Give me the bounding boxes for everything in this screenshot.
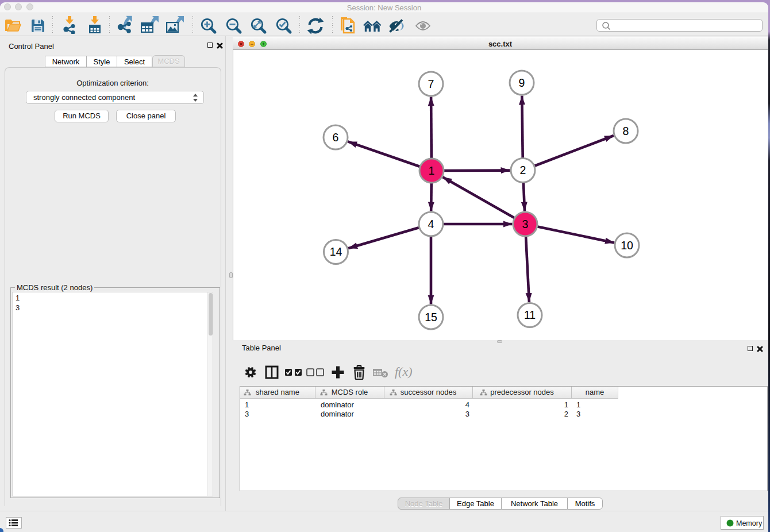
svg-text:6: 6	[333, 131, 339, 144]
svg-text:14: 14	[330, 245, 342, 258]
svg-text:3: 3	[522, 218, 529, 230]
svg-text:10: 10	[621, 239, 633, 252]
svg-text:9: 9	[519, 76, 525, 89]
svg-text:1: 1	[429, 164, 435, 177]
svg-text:2: 2	[520, 164, 526, 176]
svg-text:7: 7	[428, 78, 434, 90]
svg-text:8: 8	[623, 125, 629, 137]
svg-text:4: 4	[428, 218, 434, 230]
svg-text:11: 11	[524, 309, 536, 321]
svg-text:15: 15	[425, 311, 437, 323]
